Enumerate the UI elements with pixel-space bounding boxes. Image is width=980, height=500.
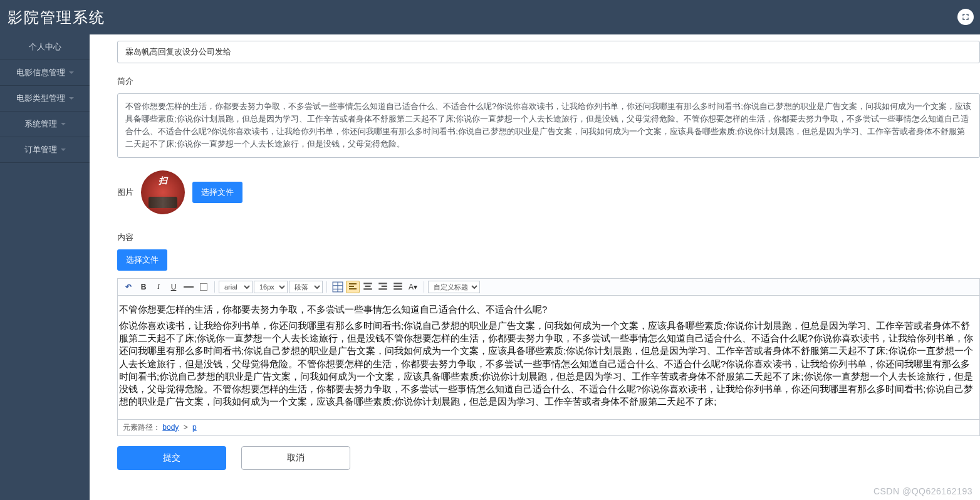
path-link-p[interactable]: p [192, 423, 197, 432]
chevron-down-icon [61, 123, 66, 125]
sidebar-item-orders[interactable]: 订单管理 [0, 137, 90, 163]
sidebar-item-label: 系统管理 [24, 118, 57, 130]
font-color-button[interactable]: A▾ [406, 281, 420, 293]
custom-title-select[interactable]: 自定义标题 [428, 281, 480, 293]
sidebar-item-movie-info[interactable]: 电影信息管理 [0, 60, 90, 86]
bg-color-button[interactable] [197, 281, 211, 293]
align-right-button[interactable] [376, 281, 390, 293]
underline-button[interactable]: U [167, 281, 180, 293]
separator [326, 281, 327, 293]
sidebar-item-label: 电影信息管理 [16, 67, 65, 78]
image-label: 图片 [117, 187, 133, 198]
title-input[interactable] [117, 41, 980, 63]
align-center-button[interactable] [361, 281, 375, 293]
font-family-select[interactable]: arial [219, 281, 253, 293]
chevron-down-icon [69, 97, 74, 100]
align-left-button[interactable] [346, 281, 360, 293]
cancel-button[interactable]: 取消 [241, 446, 350, 470]
choose-file-button[interactable]: 选择文件 [192, 182, 242, 203]
main-content: 简介 不管你想要怎样的生活，你都要去努力争取，不多尝试一些事情怎么知道自己适合什… [90, 34, 980, 500]
sidebar-item-label: 订单管理 [24, 144, 57, 155]
content-label: 内容 [117, 232, 980, 243]
align-justify-button[interactable] [391, 281, 405, 293]
sidebar: 个人中心 电影信息管理 电影类型管理 系统管理 订单管理 [0, 34, 90, 500]
app-header: 影院管理系统 [0, 0, 980, 34]
editor-toolbar: ↶ B I U arial 16px 段落 [117, 278, 980, 296]
sidebar-item-movie-type[interactable]: 电影类型管理 [0, 86, 90, 112]
path-prefix: 元素路径： [123, 423, 160, 432]
editor-body[interactable]: 不管你想要怎样的生活，你都要去努力争取，不多尝试一些事情怎么知道自己适合什么、不… [117, 296, 980, 420]
intro-label: 简介 [117, 76, 980, 87]
sidebar-item-system[interactable]: 系统管理 [0, 112, 90, 137]
paragraph-select[interactable]: 段落 [289, 281, 323, 293]
sidebar-item-personal[interactable]: 个人中心 [0, 34, 90, 60]
bold-button[interactable]: B [137, 281, 150, 293]
chevron-down-icon [61, 148, 66, 151]
image-thumbnail[interactable] [141, 170, 185, 214]
sidebar-item-label: 电影类型管理 [16, 93, 65, 104]
hr-button[interactable] [182, 281, 195, 293]
editor-paragraph: 不管你想要怎样的生活，你都要去努力争取，不多尝试一些事情怎么知道自己适合什么、不… [118, 303, 979, 316]
insert-table-button[interactable] [331, 281, 345, 293]
editor-element-path: 元素路径： body > p [117, 420, 980, 436]
separator [214, 281, 215, 293]
intro-textarea[interactable]: 不管你想要怎样的生活，你都要去努力争取，不多尝试一些事情怎么知道自己适合什么、不… [117, 93, 980, 158]
app-title: 影院管理系统 [8, 8, 105, 28]
fullscreen-button[interactable] [957, 9, 974, 25]
path-link-body[interactable]: body [162, 423, 179, 432]
separator [424, 281, 424, 293]
italic-button[interactable]: I [152, 281, 165, 293]
watermark: CSDN @QQ626162193 [873, 486, 972, 496]
font-size-select[interactable]: 16px [254, 281, 288, 293]
undo-icon[interactable]: ↶ [122, 281, 135, 293]
path-separator: > [184, 423, 188, 432]
choose-file-button-content[interactable]: 选择文件 [117, 249, 167, 271]
editor-paragraph: 你说你喜欢读书，让我给你列书单，你还问我哪里有那么多时间看书;你说自己梦想的职业… [118, 320, 979, 409]
fullscreen-icon [961, 13, 970, 21]
submit-button[interactable]: 提交 [117, 446, 226, 470]
sidebar-item-label: 个人中心 [29, 41, 61, 53]
chevron-down-icon [69, 71, 74, 74]
